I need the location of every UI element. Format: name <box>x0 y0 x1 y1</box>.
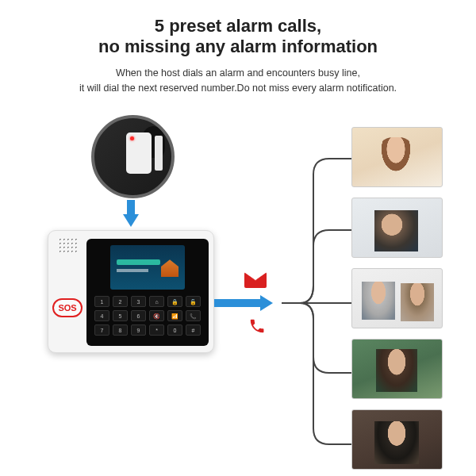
subtitle-line2: it will dial the next reserved number.Do… <box>79 83 397 94</box>
contact-thumbnail <box>351 198 443 258</box>
contact-thumbnail <box>351 339 443 399</box>
key: 8 <box>113 324 128 336</box>
device-face: 1 2 3 ⌂ 🔒 🔓 4 5 6 🔇 📶 📞 7 8 9 * 0 # <box>86 239 209 346</box>
door-sensor-magnet <box>155 136 163 171</box>
key: 📶 <box>167 310 182 321</box>
subtitle-line1: When the host dials an alarm and encount… <box>116 67 360 79</box>
contact-thumbnail <box>351 409 443 470</box>
key: 5 <box>113 310 128 321</box>
diagram-area: SOS 1 2 3 ⌂ 🔒 🔓 4 5 6 🔇 📶 📞 7 <box>0 103 476 476</box>
screen-house-icon <box>161 259 178 277</box>
key: 4 <box>94 310 109 321</box>
device-screen <box>110 245 185 290</box>
key: 3 <box>131 296 146 307</box>
key: 7 <box>94 324 109 336</box>
mail-icon <box>244 272 267 288</box>
alarm-panel-device: SOS 1 2 3 ⌂ 🔒 🔓 4 5 6 🔇 📶 📞 7 <box>48 230 214 353</box>
key: 🔓 <box>186 296 201 307</box>
key: 0 <box>167 324 182 336</box>
title-line1: 5 preset alarm calls, <box>155 16 321 36</box>
contact-list <box>351 127 443 470</box>
key: 2 <box>113 296 128 307</box>
phone-icon <box>248 317 266 335</box>
key: 🔇 <box>149 310 164 321</box>
device-keypad: 1 2 3 ⌂ 🔒 🔓 4 5 6 🔇 📶 📞 7 8 9 * 0 # <box>94 296 201 336</box>
screen-status-bar <box>117 259 160 265</box>
header-block: 5 preset alarm calls, no missing any ala… <box>0 0 476 103</box>
page-subtitle: When the host dials an alarm and encount… <box>24 66 452 96</box>
key: 🔒 <box>167 296 182 307</box>
key: ⌂ <box>149 296 164 307</box>
key: 9 <box>131 324 146 336</box>
door-sensor-circle <box>91 115 175 198</box>
contact-thumbnail <box>351 268 443 328</box>
key: # <box>186 324 201 336</box>
contact-thumbnail <box>351 127 443 187</box>
speaker-grille-icon <box>58 237 77 253</box>
key: * <box>149 324 164 336</box>
key: 6 <box>131 310 146 321</box>
key: 1 <box>94 296 109 307</box>
title-line2: no missing any alarm information <box>98 36 378 56</box>
arrow-right-icon <box>214 299 260 307</box>
key: 📞 <box>186 310 201 321</box>
sos-button: SOS <box>52 298 83 317</box>
screen-date-line <box>117 269 148 272</box>
page-title: 5 preset alarm calls, no missing any ala… <box>24 16 452 58</box>
